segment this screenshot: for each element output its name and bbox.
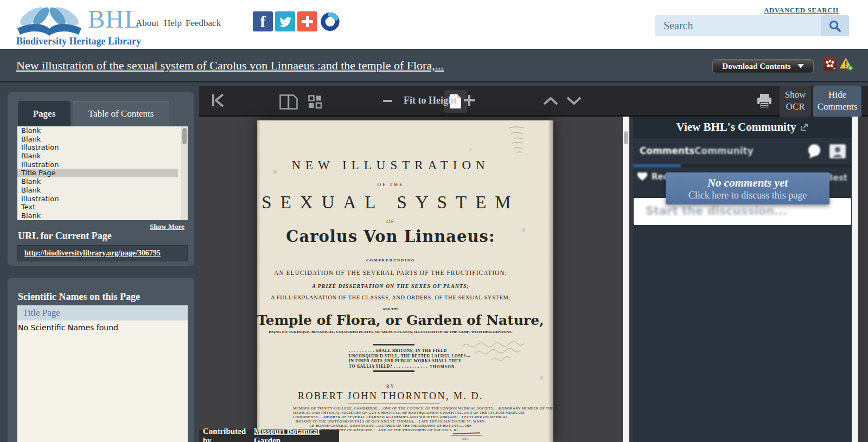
right-edge xyxy=(858,117,868,442)
no-comments-overlay[interactable]: No comments yet Click here to discuss th… xyxy=(666,172,829,204)
viewer-toolbar: Fit to Height Show OCR Hide Comments xyxy=(199,86,868,117)
scan-temple-of-flora: Temple of Flora, or Garden of Nature, xyxy=(257,312,524,328)
scan-of: OF xyxy=(257,219,524,224)
contributor-link[interactable]: Missouri Botanical Garden xyxy=(254,427,339,442)
nav-help-link[interactable]: Help xyxy=(164,18,182,29)
scan-poem-line: UNCONQUER'D STILL, THE BETTER LAUREL LOS… xyxy=(349,354,470,359)
heart-icon xyxy=(637,172,647,181)
scan-linnaeus-blackletter: Carolus Von Linnaeus: xyxy=(257,227,524,246)
current-page-url-link[interactable]: http://biodiversitylibrary.org/page/3067… xyxy=(24,249,161,258)
site-header: BHL Biodiversity Heritage Library About … xyxy=(0,0,868,49)
scan-being-picturesque: BEING PICTURESQUE, BOTANICAL, COLOURED P… xyxy=(257,330,524,334)
panel-divider xyxy=(629,117,633,442)
page-list-item[interactable]: Illustration xyxy=(17,195,188,203)
blue-ring-icon[interactable] xyxy=(320,11,340,31)
page-list-item[interactable]: Blank xyxy=(17,177,188,186)
scan-prize-dissertation: A PRIZE DISSERTATION ON THE SEXES OF PLA… xyxy=(257,283,524,289)
tab-underline-track xyxy=(633,164,852,167)
search-input[interactable] xyxy=(655,15,821,36)
scan-membership-line: BOTANY TO THE UNITED HOSPITALS OF GUY AN… xyxy=(293,419,488,424)
print-icon[interactable] xyxy=(756,92,773,110)
two-page-view-icon[interactable] xyxy=(279,94,298,110)
external-link-icon xyxy=(800,123,808,131)
page-scrollbar[interactable] xyxy=(852,117,858,442)
thumbnail-grid-icon[interactable] xyxy=(308,95,322,109)
download-contents-button[interactable]: Download Contents xyxy=(712,59,814,73)
zoom-in-icon[interactable] xyxy=(464,95,475,106)
twitter-icon[interactable] xyxy=(275,11,295,31)
tab-pages[interactable]: Pages xyxy=(18,101,71,126)
page-list-item[interactable]: Blank xyxy=(17,186,188,195)
download-contents-label: Download Contents xyxy=(722,62,790,71)
scientific-names-heading: Scientific Names on this Page xyxy=(18,291,140,303)
scientific-names-box: Title Page No Scientific Names found xyxy=(17,305,188,442)
tab-community[interactable]: Community xyxy=(694,145,754,156)
scan-membership-line: MEDICAL AND PHYSICAL SOCIETIES OF GUY'S … xyxy=(293,411,488,415)
bhl-book-icon xyxy=(14,5,85,39)
scan-membership-line: LONDINENSE;....MEMBER OF SEVERAL LEARNED… xyxy=(293,415,488,419)
profile-card-icon[interactable] xyxy=(829,143,846,159)
no-comments-subtitle: Click here to discuss this page xyxy=(666,190,829,201)
hide-comments-button[interactable]: Hide Comments xyxy=(813,86,861,117)
next-page-icon[interactable] xyxy=(566,97,582,105)
pencil-marks xyxy=(506,125,544,155)
page-list-item[interactable]: Blank xyxy=(17,135,188,144)
scan-of-the: OF THE xyxy=(257,182,524,187)
page-list-item[interactable]: Illustration xyxy=(17,143,188,152)
report-error-icon[interactable] xyxy=(839,57,853,71)
scientific-names-panel: Scientific Names on this Page Title Page… xyxy=(8,278,194,442)
contributed-by-bar: Contributed by Missouri Botanical Garden xyxy=(199,430,339,442)
comments-tabs-row: Comments Community xyxy=(633,139,852,164)
logo-acronym: BHL xyxy=(88,4,141,34)
comments-scrollbar[interactable] xyxy=(623,117,629,442)
url-box: http://biodiversitylibrary.org/page/3067… xyxy=(17,245,188,261)
scan-poem-line: IN FINER ARTS AND PUBLIC WORKS SHALL THE… xyxy=(349,358,470,364)
hide-comments-label-2: Comments xyxy=(813,101,861,113)
tab-comments[interactable]: Comments xyxy=(640,145,694,156)
zoom-out-icon[interactable] xyxy=(383,100,392,102)
scan-author-name: ROBERT JOHN THORNTON, M. D. xyxy=(257,390,524,402)
nav-about-link[interactable]: About xyxy=(136,18,159,29)
search-button[interactable] xyxy=(821,15,849,36)
page-list-item[interactable]: Blank xyxy=(17,126,188,135)
page-list-scrollbar[interactable] xyxy=(181,126,188,220)
first-page-icon[interactable] xyxy=(211,93,225,108)
show-ocr-label-1: Show xyxy=(780,89,811,101)
page-list-item[interactable]: Illustration xyxy=(17,161,188,169)
nav-feedback-link[interactable]: Feedback xyxy=(186,18,221,29)
show-ocr-label-2: OCR xyxy=(780,101,811,113)
scan-membership-line: MEMBER OF TRINITY COLLEGE, CAMBRIDGE;...… xyxy=(293,406,488,411)
scan-poem-attribution: THOMSON. xyxy=(430,364,456,369)
speech-bubble-icon[interactable] xyxy=(806,143,822,159)
scan-author-underline xyxy=(348,403,440,404)
zoom-mode-label: Fit to Height xyxy=(400,95,460,106)
page-list-item[interactable]: Blank xyxy=(17,152,188,161)
bhl-book-viewer: BHL Biodiversity Heritage Library About … xyxy=(0,0,868,442)
page-list-item[interactable]: Text xyxy=(17,203,188,212)
discussion-placeholder: Start the discussion... xyxy=(646,204,787,217)
page-list-item[interactable]: Blank xyxy=(17,212,188,220)
scan-divider xyxy=(373,370,414,372)
show-ocr-button[interactable]: Show OCR xyxy=(780,86,811,117)
page-list: Blank Blank Illustration Blank Illustrat… xyxy=(17,126,188,220)
comments-scrollbar-thumb[interactable] xyxy=(624,131,628,144)
previous-page-icon[interactable] xyxy=(543,97,558,105)
scan-divider xyxy=(373,344,414,345)
show-more-link[interactable]: Show More xyxy=(150,222,184,230)
pages-panel: Pages Table of Contents Blank Blank Illu… xyxy=(8,92,194,266)
book-page-image: NEW ILLUSTRATION OF THE SEXUAL SYSTEM OF… xyxy=(257,120,553,442)
addthis-share-icon[interactable] xyxy=(297,11,317,31)
view-community-link[interactable]: View BHL's Community xyxy=(676,120,796,134)
facebook-icon[interactable]: f xyxy=(253,11,273,31)
community-header: View BHL's Community xyxy=(633,117,852,138)
tab-table-of-contents[interactable]: Table of Contents xyxy=(73,101,169,126)
contributed-by-label: Contributed by xyxy=(203,427,251,442)
scan-imprint-year: 1807. xyxy=(461,437,469,440)
active-tab-underline xyxy=(633,164,681,167)
advanced-search-link[interactable]: ADVANCED SEARCH xyxy=(764,6,839,15)
paw-dots-icon[interactable] xyxy=(824,57,837,71)
page-list-item-selected[interactable]: Title Page xyxy=(17,169,178,177)
page-list-scrollbar-thumb[interactable] xyxy=(182,128,187,144)
book-title-link[interactable]: New illustration of the sexual system of… xyxy=(16,59,444,73)
search-icon xyxy=(828,20,841,33)
